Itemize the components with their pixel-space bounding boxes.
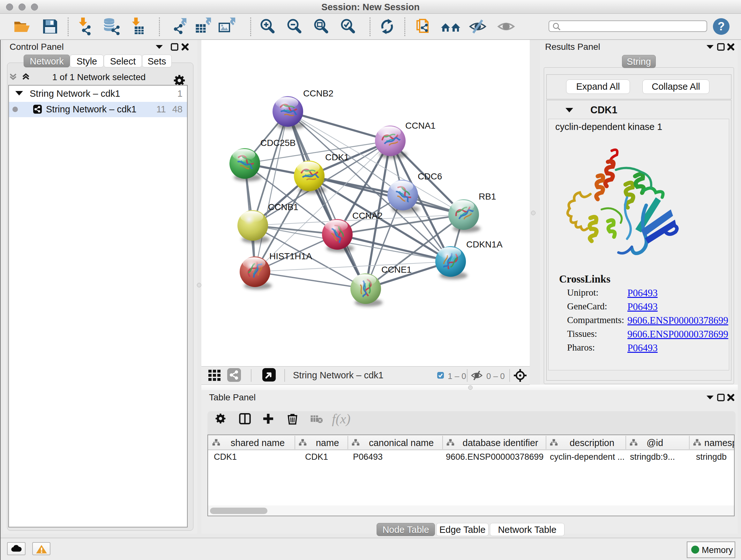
svg-text:CDKN1A: CDKN1A — [466, 240, 502, 249]
svg-text:CDK1: CDK1 — [325, 152, 349, 162]
svg-text:CCNA1: CCNA1 — [405, 121, 435, 131]
svg-text:CCNA2: CCNA2 — [352, 211, 383, 221]
svg-text:RB1: RB1 — [479, 192, 496, 201]
svg-text:CDC6: CDC6 — [418, 172, 442, 181]
svg-text:HIST1H1A: HIST1H1A — [269, 251, 312, 261]
svg-text:CCNE1: CCNE1 — [381, 265, 412, 274]
svg-text:CCNB2: CCNB2 — [303, 88, 333, 98]
svg-text:CCNB1: CCNB1 — [268, 202, 298, 212]
svg-text:CDC25B: CDC25B — [260, 138, 295, 148]
